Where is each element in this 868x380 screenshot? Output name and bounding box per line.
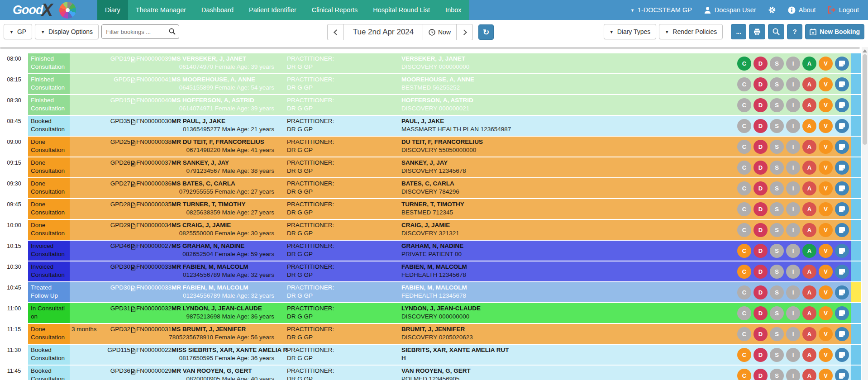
action-button-c[interactable]: C bbox=[737, 244, 751, 258]
document-icon[interactable] bbox=[131, 77, 136, 83]
action-button-v[interactable]: V bbox=[819, 77, 833, 91]
action-button-s[interactable]: S bbox=[770, 369, 784, 380]
appointment-body[interactable]: Booked Consultation GPD36 FN00000029 MR … bbox=[28, 366, 861, 380]
document-icon[interactable] bbox=[131, 348, 136, 354]
action-button-c[interactable]: C bbox=[737, 161, 751, 175]
note-button[interactable] bbox=[835, 369, 849, 380]
action-button-v[interactable]: V bbox=[819, 57, 833, 71]
appointment-body[interactable]: Done Consultation GPD29 FN00000034 MS CR… bbox=[28, 220, 861, 240]
about-button[interactable]: About bbox=[788, 6, 816, 14]
action-button-i[interactable]: I bbox=[786, 348, 800, 362]
action-button-a[interactable]: A bbox=[802, 77, 816, 91]
action-button-v[interactable]: V bbox=[819, 223, 833, 237]
action-button-a[interactable]: A bbox=[802, 140, 816, 154]
action-button-a[interactable]: A bbox=[802, 98, 816, 112]
appointment-body[interactable]: Booked Consultation GPD35 FN00000030 MR … bbox=[28, 116, 861, 136]
document-icon[interactable] bbox=[131, 119, 136, 125]
action-button-d[interactable]: D bbox=[754, 98, 768, 112]
action-button-s[interactable]: S bbox=[770, 98, 784, 112]
document-icon[interactable] bbox=[131, 306, 136, 312]
action-button-c[interactable]: C bbox=[737, 98, 751, 112]
note-button[interactable] bbox=[835, 161, 849, 175]
diary-types-dropdown[interactable]: ▼ Diary Types bbox=[604, 24, 657, 39]
document-icon[interactable] bbox=[131, 285, 136, 291]
scrollbar-thumb[interactable] bbox=[863, 54, 867, 145]
appointment-row[interactable]: 11:30 Booked Consultation GPD115 FN00000… bbox=[0, 345, 862, 365]
action-button-s[interactable]: S bbox=[770, 77, 784, 91]
note-button[interactable] bbox=[835, 98, 849, 112]
appointment-body[interactable]: Booked Consultation GPD115 FN00000022 MI… bbox=[28, 345, 861, 365]
action-button-c[interactable]: C bbox=[737, 57, 751, 71]
note-button[interactable] bbox=[835, 327, 849, 341]
action-button-c[interactable]: C bbox=[737, 140, 751, 154]
scroll-up-arrow-icon[interactable] bbox=[863, 49, 867, 52]
action-button-d[interactable]: D bbox=[754, 77, 768, 91]
action-button-s[interactable]: S bbox=[770, 306, 784, 320]
note-button[interactable] bbox=[835, 57, 849, 71]
nav-tab-theatre-manager[interactable]: Theatre Manager bbox=[128, 0, 194, 20]
action-button-s[interactable]: S bbox=[770, 140, 784, 154]
new-booking-button[interactable]: New Booking bbox=[805, 24, 864, 39]
appointment-body[interactable]: Invoiced Consultation GPD46 FN00000027 M… bbox=[28, 241, 861, 261]
appointment-body[interactable]: Finished Consultation GPD19 FN00000039 M… bbox=[28, 53, 861, 73]
action-button-d[interactable]: D bbox=[754, 306, 768, 320]
document-icon[interactable] bbox=[131, 57, 136, 62]
document-icon[interactable] bbox=[131, 98, 136, 104]
action-button-d[interactable]: D bbox=[754, 327, 768, 341]
action-button-d[interactable]: D bbox=[754, 57, 768, 71]
nav-tab-dashboard[interactable]: Dashboard bbox=[194, 0, 241, 20]
note-button[interactable] bbox=[835, 140, 849, 154]
action-button-i[interactable]: I bbox=[786, 265, 800, 279]
logout-button[interactable]: Logout bbox=[828, 6, 859, 14]
filter-bookings-input[interactable] bbox=[101, 24, 179, 39]
action-button-s[interactable]: S bbox=[770, 161, 784, 175]
document-icon[interactable] bbox=[131, 265, 136, 271]
appointment-row[interactable]: 08:15 Finished Consultation GPD5 FN00000… bbox=[0, 74, 862, 94]
action-button-v[interactable]: V bbox=[819, 161, 833, 175]
action-button-a[interactable]: A bbox=[802, 244, 816, 258]
action-button-d[interactable]: D bbox=[754, 348, 768, 362]
note-button[interactable] bbox=[835, 348, 849, 362]
document-icon[interactable] bbox=[131, 327, 136, 333]
action-button-i[interactable]: I bbox=[786, 327, 800, 341]
goodx-logo[interactable]: GoodX bbox=[0, 0, 97, 20]
action-button-i[interactable]: I bbox=[786, 306, 800, 320]
gp-dropdown[interactable]: ▼ GP bbox=[4, 24, 32, 39]
note-button[interactable] bbox=[835, 119, 849, 133]
action-button-c[interactable]: C bbox=[737, 369, 751, 380]
action-button-d[interactable]: D bbox=[754, 223, 768, 237]
action-button-a[interactable]: A bbox=[802, 181, 816, 195]
action-button-a[interactable]: A bbox=[802, 348, 816, 362]
practice-selector[interactable]: ▼ 1-DOCSTEAM GP bbox=[630, 6, 692, 14]
action-button-v[interactable]: V bbox=[819, 98, 833, 112]
action-button-d[interactable]: D bbox=[754, 181, 768, 195]
refresh-button[interactable]: ↻ bbox=[478, 24, 494, 40]
note-button[interactable] bbox=[835, 306, 849, 320]
note-button[interactable] bbox=[835, 285, 849, 299]
appointment-row[interactable]: 11:45 Booked Consultation GPD36 FN000000… bbox=[0, 366, 862, 380]
appointment-body[interactable]: Treated Follow Up GPD30 FN00000033 MR FA… bbox=[28, 282, 861, 302]
display-options-dropdown[interactable]: ▼ Display Options bbox=[35, 24, 99, 39]
action-button-c[interactable]: C bbox=[737, 285, 751, 299]
appointment-body[interactable]: Done Consultation 3 months GPD32 FN00000… bbox=[28, 324, 861, 344]
document-icon[interactable] bbox=[131, 202, 136, 208]
appointment-row[interactable]: 09:15 Done Consultation GPD26 FN00000037… bbox=[0, 157, 862, 177]
appointment-row[interactable]: 09:30 Done Consultation GPD27 FN00000036… bbox=[0, 178, 862, 198]
user-menu[interactable]: Docspan User bbox=[704, 6, 756, 14]
action-button-c[interactable]: C bbox=[737, 181, 751, 195]
action-button-a[interactable]: A bbox=[802, 119, 816, 133]
appointment-row[interactable]: 11:15 Done Consultation 3 months GPD32 F… bbox=[0, 324, 862, 344]
action-button-c[interactable]: C bbox=[737, 223, 751, 237]
action-button-a[interactable]: A bbox=[802, 285, 816, 299]
action-button-c[interactable]: C bbox=[737, 327, 751, 341]
action-button-v[interactable]: V bbox=[819, 140, 833, 154]
action-button-d[interactable]: D bbox=[754, 369, 768, 380]
vertical-scrollbar[interactable] bbox=[862, 47, 868, 380]
action-button-c[interactable]: C bbox=[737, 306, 751, 320]
nav-tab-hospital-round-list[interactable]: Hospital Round List bbox=[365, 0, 438, 20]
action-button-d[interactable]: D bbox=[754, 265, 768, 279]
action-button-s[interactable]: S bbox=[770, 181, 784, 195]
appointment-row[interactable]: 09:45 Done Consultation GPD28 FN00000035… bbox=[0, 199, 862, 219]
action-button-d[interactable]: D bbox=[754, 161, 768, 175]
note-button[interactable] bbox=[835, 202, 849, 216]
